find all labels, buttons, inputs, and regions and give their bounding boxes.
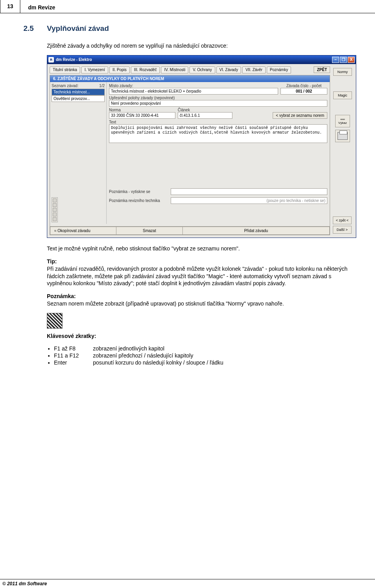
page-header: 13 dm Revize bbox=[0, 0, 375, 13]
panel-title: 6. ZJIŠTĚNÉ ZÁVADY A ODCHYLKY OD PLATNÝC… bbox=[50, 75, 330, 82]
defect-list-counter: 1/2 bbox=[99, 84, 105, 88]
tab-poznamky[interactable]: Poznámky bbox=[267, 66, 291, 73]
text-label: Text bbox=[109, 120, 327, 124]
tab-vymezeni[interactable]: I. Vymezení bbox=[81, 66, 108, 73]
text-input[interactable]: Doplňující pospojování musí zahrnovat vš… bbox=[109, 124, 327, 143]
zavada-number-input[interactable]: 001 / 002 bbox=[280, 88, 327, 95]
tip-body: Při zadávání rozvaděčů, revidovaných pro… bbox=[47, 266, 348, 287]
shortcuts-list: F1 až F8 zobrazení jednotlivých kapitol … bbox=[47, 345, 352, 366]
tab-mistnosti[interactable]: IV. Místnosti bbox=[161, 66, 188, 73]
shortcut-desc: zobrazení předchozí / následující kapito… bbox=[93, 352, 193, 359]
misto-label: Místo závady: bbox=[109, 84, 278, 88]
upresneni-input[interactable]: Není provedeno pospojování bbox=[109, 100, 327, 107]
tab-titulni[interactable]: Titulní stránka bbox=[50, 66, 80, 73]
page-body: 2.5 Vyplňování závad Zjištěné závady a o… bbox=[0, 13, 375, 366]
window-minimize-button[interactable]: – bbox=[332, 57, 339, 63]
shortcut-item: Enter posunutí korzuru do následují koln… bbox=[54, 359, 352, 366]
next-button[interactable]: Další > bbox=[333, 226, 352, 234]
defect-list-item[interactable]: Technická místnost... bbox=[52, 89, 105, 95]
shortcut-keys: Enter bbox=[54, 359, 91, 366]
chain-icon: ∞∞ bbox=[340, 118, 345, 121]
window-titlebar: R dm Revize - Elektro – ❐ X bbox=[47, 55, 356, 64]
tab-rozvadec[interactable]: III. Rozvaděč bbox=[131, 66, 160, 73]
vykaz-button[interactable]: ∞∞ Výkaz bbox=[335, 115, 350, 127]
note-body: Seznam norem můžete zobrazit (případně u… bbox=[47, 300, 284, 307]
zavada-label: Závada číslo - počet bbox=[280, 84, 327, 88]
upresneni-label: Upřesnění polohy závady (nepovinné) bbox=[109, 96, 327, 100]
poznamka1-input[interactable] bbox=[171, 188, 327, 195]
vybrat-normu-button[interactable]: < vybrat ze seznamu norem bbox=[273, 112, 327, 119]
norma-input[interactable]: 33 2000 ČSN 33 2000-4-41 bbox=[109, 112, 175, 119]
window-close-button[interactable]: X bbox=[348, 57, 355, 63]
normy-button[interactable]: Normy bbox=[333, 68, 352, 76]
section-number: 2.5 bbox=[23, 24, 38, 33]
note-heading: Poznámka: bbox=[47, 293, 76, 299]
page-doc-title: dm Revize bbox=[20, 2, 63, 13]
defect-list: Seznam závad: 1/2 Technická místnost... … bbox=[50, 82, 107, 224]
right-rail: Normy Magic ∞∞ Výkaz < zpět < Další > bbox=[332, 66, 354, 235]
section-title: Vyplňování závad bbox=[47, 24, 109, 33]
delete-defect-button[interactable]: Smazat bbox=[116, 227, 183, 235]
tab-strip: Titulní stránka I. Vymezení II. Popis II… bbox=[50, 66, 330, 73]
shortcut-desc: posunutí korzuru do následují kolnky / s… bbox=[93, 359, 223, 366]
back-button[interactable]: ZPĚT bbox=[314, 66, 330, 73]
add-defect-button[interactable]: Přidat závadu bbox=[183, 227, 330, 235]
shortcut-item: F1 až F8 zobrazení jednotlivých kapitol bbox=[54, 345, 352, 352]
page-footer: © 2011 dm Software bbox=[0, 579, 375, 588]
norma-label: Norma bbox=[109, 108, 175, 112]
shortcut-keys: F11 a F12 bbox=[54, 352, 91, 359]
tip-heading: Tip: bbox=[47, 258, 57, 265]
poznamka2-input[interactable]: (pouze pro technika - netiskne se) bbox=[171, 197, 327, 204]
intro-text: Zjištěné závady a odchylky od norem se v… bbox=[47, 42, 352, 50]
window-maximize-button[interactable]: ❐ bbox=[340, 57, 347, 63]
shortcuts-heading: Klávesové zkratky: bbox=[47, 333, 96, 339]
tab-popis[interactable]: II. Popis bbox=[109, 66, 130, 73]
shortcut-keys: F1 až F8 bbox=[54, 345, 91, 352]
list-nav-buttons[interactable] bbox=[52, 197, 58, 222]
bottom-bar: ≈ Okopírovat závadu Smazat Přidat závadu bbox=[50, 226, 330, 235]
defects-panel: 6. ZJIŠTĚNÉ ZÁVADY A ODCHYLKY OD PLATNÝC… bbox=[50, 75, 330, 235]
shortcut-desc: zobrazení jednotlivých kapitol bbox=[93, 345, 164, 352]
printer-icon bbox=[338, 132, 348, 140]
tab-zaver[interactable]: VII. Závěr bbox=[242, 66, 265, 73]
window-title: dm Revize - Elektro bbox=[56, 57, 92, 62]
section-heading: 2.5 Vyplňování závad bbox=[23, 24, 352, 33]
misto-input[interactable]: Technická místnost - elektrokotel ELEKO … bbox=[109, 88, 278, 95]
defect-form: Místo závady: Technická místnost - elekt… bbox=[107, 82, 330, 224]
after-image-text: Text je možné vyplnit ručně, nebo stiskn… bbox=[47, 245, 352, 252]
app-icon: R bbox=[48, 57, 54, 63]
clanek-input[interactable]: čl.413.1.6.1 bbox=[178, 112, 232, 119]
defect-list-label: Seznam závad: bbox=[52, 84, 79, 88]
magic-button[interactable]: Magic bbox=[333, 91, 352, 99]
keyboard-icon bbox=[47, 313, 62, 329]
prev-button[interactable]: < zpět < bbox=[333, 216, 352, 224]
shortcut-item: F11 a F12 zobrazení předchozí / následuj… bbox=[54, 352, 352, 359]
print-button[interactable] bbox=[335, 130, 350, 142]
defect-list-item[interactable]: Osvětlení provozov... bbox=[52, 95, 105, 102]
poznamka2-label: Poznámka revizního technika bbox=[109, 198, 168, 203]
page-number: 13 bbox=[0, 0, 20, 13]
tab-ochrany[interactable]: V. Ochrany bbox=[189, 66, 215, 73]
copy-defect-button[interactable]: ≈ Okopírovat závadu bbox=[50, 227, 116, 235]
poznamka2-hint: (pouze pro technika - netiskne se) bbox=[266, 198, 325, 203]
tab-zavady[interactable]: VI. Závady bbox=[216, 66, 241, 73]
poznamka1-label: Poznámka - vytiskne se bbox=[109, 189, 168, 194]
app-window: R dm Revize - Elektro – ❐ X Titulní strá… bbox=[47, 55, 356, 238]
clanek-label: Článek bbox=[178, 108, 232, 112]
